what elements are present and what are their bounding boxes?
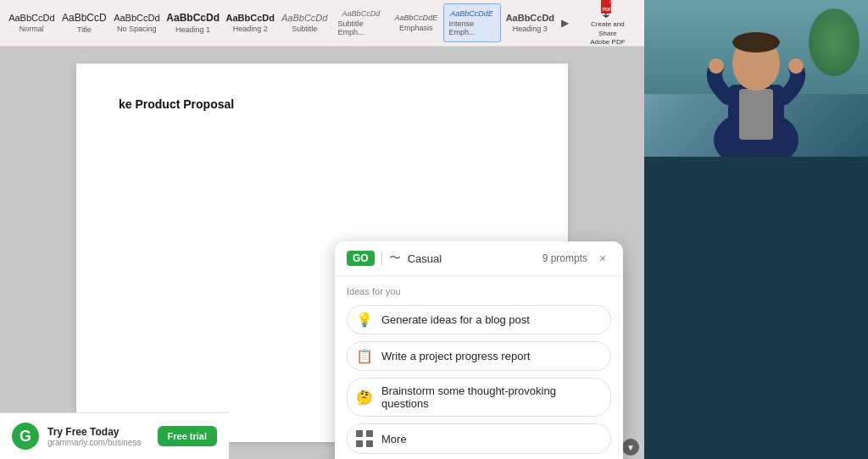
styles-chevron-right[interactable]: ▶ <box>559 3 571 42</box>
grammarly-logo: G <box>12 423 39 450</box>
style-subtitle[interactable]: AaBbCcDd Subtitle <box>280 3 330 42</box>
style-label-subtitle: Subtitle <box>292 25 317 33</box>
style-heading2[interactable]: AaBbCcDd Heading 2 <box>225 3 276 42</box>
style-preview-subtitle-emph: AaBbCcDd <box>342 9 381 19</box>
style-label-no-spacing: No Spacing <box>117 25 157 33</box>
svg-point-7 <box>709 58 724 74</box>
create-pdf-button[interactable]: PDF Create and ShareAdobe PDF <box>578 0 637 47</box>
style-subtitle-emph[interactable]: AaBbCcDd Subtitle Emph... <box>333 3 390 42</box>
person-silhouette <box>701 17 811 157</box>
style-preview-emphasis: AaBbCcDdE <box>395 14 438 23</box>
video-panel <box>644 0 868 459</box>
style-preview-heading1: AaBbCcDd <box>166 12 220 24</box>
header-divider <box>381 252 382 265</box>
style-label-intense-emph: Intense Emph... <box>449 19 495 36</box>
style-label-emphasis: Emphasis <box>399 24 433 32</box>
style-normal[interactable]: AaBbCcDd Normal <box>7 3 57 42</box>
style-heading1[interactable]: AaBbCcDd Heading 1 <box>165 3 221 42</box>
prompts-count: 9 prompts <box>542 252 587 264</box>
style-preview-intense-emph: AaBbCcDdE <box>450 9 493 19</box>
style-preview-no-spacing: AaBbCcDd <box>114 13 159 24</box>
style-preview-title: AaBbCcD <box>62 12 107 24</box>
more-item[interactable]: More <box>347 423 611 454</box>
idea-text-2: Write a project progress report <box>381 350 530 362</box>
word-toolbar: AaBbCcDd Normal AaBbCcD Title AaBbCcDd N… <box>0 0 644 47</box>
style-preview-normal: AaBbCcDd <box>8 13 54 24</box>
style-no-spacing[interactable]: AaBbCcDd No Spacing <box>112 3 162 42</box>
style-emphasis[interactable]: AaBbCcDdE Emphasis <box>392 3 439 42</box>
idea-item-report[interactable]: 📋 Write a project progress report <box>347 341 611 371</box>
style-label-normal: Normal <box>19 25 44 33</box>
idea-item-brainstorm[interactable]: 🤔 Brainstorm some thought-provoking ques… <box>347 378 611 417</box>
style-label-heading3: Heading 3 <box>513 25 548 33</box>
grammarly-bar-url: grammarly.com/business <box>47 438 149 447</box>
style-preview-subtitle: AaBbCcDd <box>281 13 327 24</box>
more-label: More <box>381 433 407 445</box>
style-preview-heading2: AaBbCcDd <box>225 13 274 24</box>
style-title[interactable]: AaBbCcD Title <box>60 3 108 42</box>
idea-emoji-2: 📋 <box>356 348 373 364</box>
free-trial-button[interactable]: Free trial <box>158 426 217 446</box>
grammarly-bar: G Try Free Today grammarly.com/business … <box>0 412 229 459</box>
popup-header: GO 〜 Casual 9 prompts × <box>335 241 623 276</box>
close-button[interactable]: × <box>594 250 611 267</box>
svg-text:PDF: PDF <box>603 7 611 12</box>
tone-wave-icon: 〜 <box>389 251 401 266</box>
style-heading3[interactable]: AaBbCcDd Heading 3 <box>504 3 556 42</box>
video-panel-bottom <box>644 157 868 459</box>
scroll-hint[interactable]: ▼ <box>622 439 639 456</box>
pdf-label: Create and ShareAdobe PDF <box>585 20 631 47</box>
svg-rect-4 <box>739 89 773 140</box>
idea-emoji-1: 💡 <box>356 312 373 328</box>
tone-label: Casual <box>408 252 536 265</box>
video-thumbnail <box>644 0 868 157</box>
grammarly-text-block: Try Free Today grammarly.com/business <box>47 426 149 447</box>
svg-point-8 <box>788 58 804 74</box>
idea-emoji-3: 🤔 <box>356 390 373 406</box>
style-label-title: Title <box>77 25 92 34</box>
idea-item-blog[interactable]: 💡 Generate ideas for a blog post <box>347 305 611 335</box>
grammarly-popup: GO 〜 Casual 9 prompts × Ideas for you 💡 … <box>335 241 623 459</box>
style-intense-emph[interactable]: AaBbCcDdE Intense Emph... <box>443 3 501 42</box>
popup-body: Ideas for you 💡 Generate ideas for a blo… <box>335 276 623 459</box>
ideas-label: Ideas for you <box>347 286 611 296</box>
grammarly-bar-title: Try Free Today <box>47 426 149 438</box>
go-badge: GO <box>347 251 375 266</box>
style-label-heading2: Heading 2 <box>233 25 268 33</box>
style-preview-heading3: AaBbCcDd <box>506 13 554 24</box>
idea-text-1: Generate ideas for a blog post <box>381 313 530 326</box>
style-label-subtitle-emph: Subtitle Emph... <box>338 19 385 36</box>
style-label-heading1: Heading 1 <box>175 25 210 34</box>
svg-point-6 <box>732 32 780 53</box>
document-title: ke Product Proposal <box>119 97 526 111</box>
pdf-icon: PDF <box>598 0 618 19</box>
idea-text-3: Brainstorm some thought-provoking questi… <box>381 384 602 410</box>
more-grid-icon <box>356 430 373 447</box>
